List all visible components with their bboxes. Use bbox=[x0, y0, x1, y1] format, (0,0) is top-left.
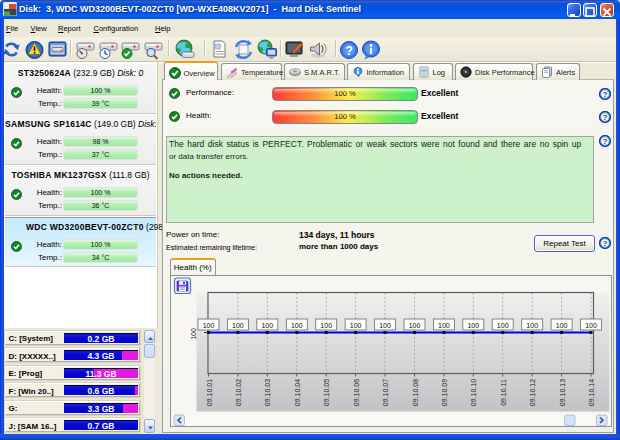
svg-text:100: 100 bbox=[408, 321, 420, 328]
svg-text:?: ? bbox=[602, 113, 607, 122]
svg-text:09.10.13: 09.10.13 bbox=[558, 378, 565, 405]
svg-text:100: 100 bbox=[555, 321, 567, 328]
svg-text:100: 100 bbox=[320, 321, 332, 328]
svg-text:100: 100 bbox=[467, 321, 479, 328]
svg-text:09.10.14: 09.10.14 bbox=[588, 378, 595, 405]
svg-text:?: ? bbox=[602, 90, 607, 99]
svg-text:09.10.11: 09.10.11 bbox=[499, 379, 506, 406]
svg-text:09.10.03: 09.10.03 bbox=[264, 378, 271, 405]
svg-text:09.10.01: 09.10.01 bbox=[205, 378, 212, 405]
svg-text:100: 100 bbox=[290, 321, 302, 328]
svg-text:09.10.12: 09.10.12 bbox=[529, 378, 536, 405]
svg-text:100: 100 bbox=[496, 321, 508, 328]
svg-text:09.10.10: 09.10.10 bbox=[470, 378, 477, 405]
svg-text:100: 100 bbox=[526, 321, 538, 328]
svg-text:09.10.04: 09.10.04 bbox=[293, 378, 300, 405]
svg-text:?: ? bbox=[345, 43, 353, 57]
svg-text:100: 100 bbox=[585, 321, 597, 328]
svg-text:100: 100 bbox=[189, 328, 196, 340]
svg-text:09.10.08: 09.10.08 bbox=[411, 378, 418, 405]
svg-text:100: 100 bbox=[438, 321, 450, 328]
svg-text:?: ? bbox=[602, 239, 607, 248]
svg-text:?: ? bbox=[602, 137, 607, 146]
svg-text:100: 100 bbox=[202, 321, 214, 328]
svg-text:100: 100 bbox=[232, 321, 244, 328]
svg-text:100: 100 bbox=[349, 321, 361, 328]
svg-text:09.10.09: 09.10.09 bbox=[440, 378, 447, 405]
svg-text:100: 100 bbox=[379, 321, 391, 328]
svg-text:09.10.07: 09.10.07 bbox=[382, 378, 389, 405]
svg-text:100: 100 bbox=[261, 321, 273, 328]
svg-text:09.10.06: 09.10.06 bbox=[352, 378, 359, 405]
svg-text:09.10.05: 09.10.05 bbox=[323, 378, 330, 405]
svg-text:09.10.02: 09.10.02 bbox=[234, 378, 241, 405]
